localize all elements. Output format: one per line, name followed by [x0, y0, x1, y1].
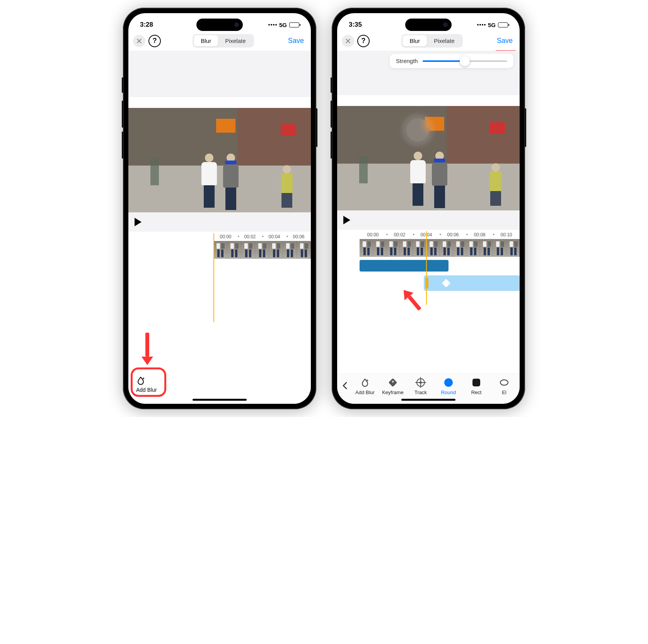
- toolbar-ellipse[interactable]: El: [491, 378, 517, 395]
- ellipse-icon: [500, 378, 509, 387]
- toolbar-rect-label: Rect: [471, 389, 482, 395]
- add-blur-icon: +: [360, 378, 370, 387]
- svg-text:+: +: [142, 376, 145, 381]
- add-blur-label: Add Blur: [136, 387, 157, 393]
- close-button[interactable]: [342, 35, 354, 47]
- toolbar-round[interactable]: Round: [435, 378, 462, 395]
- toolbar-track[interactable]: Track: [408, 378, 434, 395]
- battery-icon: [289, 22, 299, 27]
- toolbar-round-label: Round: [441, 389, 456, 395]
- add-blur-button[interactable]: + Add Blur: [136, 376, 157, 393]
- annotation-arrow-addblur: [142, 333, 153, 365]
- timeline-ticks: 00:00 00:02 00:04 00:06: [213, 232, 311, 241]
- playhead[interactable]: [426, 231, 427, 305]
- network-label: 5G: [488, 22, 496, 28]
- dynamic-island: [405, 19, 452, 31]
- close-button[interactable]: [133, 35, 145, 47]
- video-preview[interactable]: [128, 108, 311, 212]
- video-preview[interactable]: [337, 106, 520, 210]
- play-button[interactable]: [343, 216, 350, 224]
- segment-pixelate[interactable]: Pixelate: [427, 35, 461, 46]
- status-time: 3:35: [349, 21, 362, 29]
- save-button[interactable]: Save: [286, 35, 306, 46]
- add-blur-icon: +: [136, 376, 145, 385]
- segment-pixelate[interactable]: Pixelate: [218, 35, 252, 46]
- toolbar-track-label: Track: [414, 389, 427, 395]
- phone-right: 3:35 5G ? Blur Pixelate Save Strength: [332, 8, 525, 409]
- phone-left: 3:28 5G ? Blur Pixelate Save: [123, 8, 316, 409]
- top-toolbar: ? Blur Pixelate Save: [128, 31, 311, 51]
- toolbar-keyframe[interactable]: Keyframe: [380, 378, 406, 395]
- annotation-arrow-clip: [399, 286, 424, 313]
- timeline[interactable]: 00:00 00:02 00:04 00:06 00:08 00:10: [337, 230, 520, 374]
- toolbar-add-blur-label: Add Blur: [355, 389, 375, 395]
- blur-track-range[interactable]: [360, 260, 448, 272]
- blur-region[interactable]: [406, 118, 430, 142]
- filmstrip[interactable]: [213, 241, 311, 259]
- playhead[interactable]: [213, 233, 214, 322]
- help-button[interactable]: ?: [148, 35, 161, 47]
- preview-area: [128, 51, 311, 97]
- toolbar-keyframe-label: Keyframe: [382, 389, 404, 395]
- keyframe-icon: [388, 378, 397, 387]
- dynamic-island: [196, 19, 243, 31]
- timeline[interactable]: 00:00 00:02 00:04 00:06 + Add Blur: [128, 232, 311, 404]
- rect-icon: [472, 378, 481, 387]
- strength-slider-thumb[interactable]: [460, 56, 470, 66]
- timeline-ticks: 00:00 00:02 00:04 00:06 00:08 00:10: [360, 230, 520, 239]
- filmstrip[interactable]: [360, 239, 520, 257]
- segment-blur[interactable]: Blur: [194, 35, 218, 46]
- toolbar-rect[interactable]: Rect: [463, 378, 489, 395]
- keyframe-marker-icon[interactable]: [442, 279, 451, 288]
- toolbar-add-blur[interactable]: + Add Blur: [352, 378, 378, 395]
- save-button[interactable]: Save: [495, 35, 515, 46]
- effect-segmented-control[interactable]: Blur Pixelate: [401, 34, 462, 48]
- strength-panel: Strength: [390, 54, 513, 68]
- strength-slider[interactable]: [423, 60, 507, 62]
- preview-area: Strength: [337, 51, 520, 95]
- back-button[interactable]: [339, 382, 350, 392]
- signal-icon: [477, 24, 486, 26]
- svg-text:+: +: [366, 378, 368, 383]
- network-label: 5G: [279, 22, 287, 28]
- segment-blur[interactable]: Blur: [402, 35, 427, 46]
- strength-label: Strength: [396, 58, 418, 64]
- round-icon: [444, 378, 453, 387]
- track-icon: [416, 378, 425, 387]
- effect-segmented-control[interactable]: Blur Pixelate: [193, 34, 254, 48]
- help-button[interactable]: ?: [357, 35, 370, 47]
- home-indicator[interactable]: [401, 399, 455, 401]
- status-time: 3:28: [140, 21, 153, 29]
- battery-icon: [498, 22, 508, 27]
- toolbar-ellipse-label: El: [502, 389, 506, 395]
- top-toolbar: ? Blur Pixelate Save: [337, 31, 520, 51]
- signal-icon: [268, 24, 277, 26]
- effect-clip[interactable]: [424, 275, 520, 291]
- home-indicator[interactable]: [193, 399, 247, 401]
- play-button[interactable]: [135, 218, 142, 226]
